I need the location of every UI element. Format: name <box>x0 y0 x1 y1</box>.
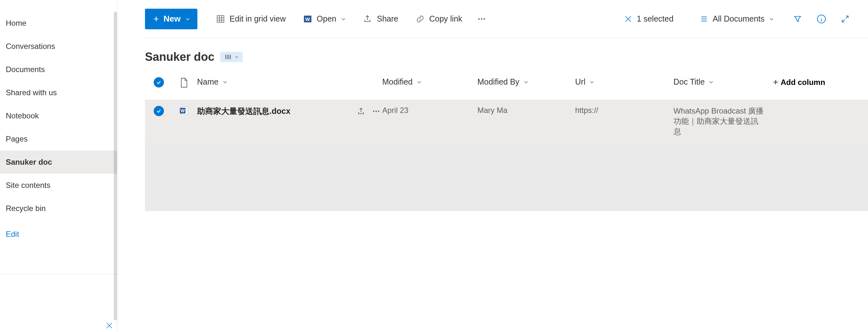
svg-point-4 <box>480 18 482 20</box>
library-title-row: Sanuker doc <box>145 50 868 64</box>
row-more-button[interactable] <box>372 107 380 116</box>
column-label: Modified <box>382 77 413 87</box>
chevron-down-icon <box>235 55 239 59</box>
gallery-icon <box>224 53 232 61</box>
copy-link-label: Copy link <box>429 14 462 24</box>
sidebar-close-icon[interactable] <box>105 322 113 329</box>
chevron-down-icon <box>185 17 190 22</box>
select-all-toggle[interactable] <box>145 77 173 88</box>
word-icon: W <box>179 106 189 116</box>
open-label: Open <box>317 14 336 24</box>
sidebar-item-label: Notebook <box>6 111 39 120</box>
command-toolbar: + New Edit in grid view W Open <box>145 0 868 38</box>
share-label: Share <box>377 14 398 24</box>
sidebar-item-recycle-bin[interactable]: Recycle bin <box>0 197 117 220</box>
chevron-down-icon <box>769 17 774 22</box>
check-circle-icon <box>154 77 164 88</box>
row-modified-cell: April 23 <box>380 106 475 115</box>
sidebar-item-pages[interactable]: Pages <box>0 127 117 151</box>
word-icon: W <box>303 14 312 24</box>
svg-point-5 <box>484 18 485 20</box>
table-body: W 助商家大量發送訊息.docx April 23 Mary M <box>145 100 868 211</box>
sidebar-item-label: Sanuker doc <box>6 158 52 166</box>
chevron-down-icon <box>709 80 714 85</box>
expand-button[interactable] <box>837 11 853 27</box>
sidebar-item-label: Site contents <box>6 181 51 189</box>
view-selector-button[interactable]: All Documents <box>692 14 782 24</box>
filter-button[interactable] <box>789 11 806 27</box>
svg-point-12 <box>378 110 379 112</box>
column-header-modified[interactable]: Modified <box>380 77 475 87</box>
share-button[interactable]: Share <box>355 9 406 29</box>
row-modified-by-cell[interactable]: Mary Ma <box>475 106 573 115</box>
column-label: Doc Title <box>674 77 705 87</box>
sidebar-item-notebook[interactable]: Notebook <box>0 104 117 127</box>
row-doc-title-cell: WhatsApp Broadcast 廣播功能｜助商家大量發送訊息 <box>672 106 766 137</box>
sidebar-item-sanuker-doc[interactable]: Sanuker doc <box>0 151 117 174</box>
sidebar-edit-link[interactable]: Edit <box>0 220 117 246</box>
new-button[interactable]: + New <box>145 9 197 29</box>
link-icon <box>416 14 425 24</box>
grid-icon <box>216 14 225 24</box>
sidebar-item-label: Pages <box>6 134 28 143</box>
sidebar-item-shared[interactable]: Shared with us <box>0 81 117 104</box>
column-label: Modified By <box>477 77 520 87</box>
sidebar-edit-label: Edit <box>6 230 19 238</box>
list-icon <box>700 15 708 23</box>
sidebar-item-site-contents[interactable]: Site contents <box>0 174 117 197</box>
document-table: Name Modified Modified By Url <box>145 77 868 211</box>
column-label: Name <box>197 77 219 87</box>
expand-icon <box>841 14 850 24</box>
sidebar-item-label: Conversations <box>6 42 55 51</box>
check-circle-icon <box>154 106 164 116</box>
column-label: Url <box>575 77 585 87</box>
edit-grid-view-label: Edit in grid view <box>229 14 286 24</box>
main-content: + New Edit in grid view W Open <box>117 0 868 332</box>
filter-icon <box>793 14 802 24</box>
sidebar-divider <box>0 274 117 274</box>
row-name-cell[interactable]: 助商家大量發送訊息.docx <box>195 106 380 117</box>
column-header-doc-title[interactable]: Doc Title <box>672 77 766 87</box>
share-icon <box>363 14 372 24</box>
add-column-button[interactable]: + Add column <box>766 77 868 87</box>
chevron-down-icon <box>589 80 594 85</box>
selected-count-label: 1 selected <box>637 14 674 24</box>
sidebar-nav: Home Conversations Documents Shared with… <box>0 0 117 332</box>
clear-selection-icon <box>624 15 632 23</box>
sidebar-item-label: Recycle bin <box>6 204 45 213</box>
svg-point-10 <box>373 110 374 112</box>
plus-icon: + <box>153 13 159 25</box>
svg-point-3 <box>478 18 479 20</box>
sidebar-item-documents[interactable]: Documents <box>0 58 117 81</box>
row-select-toggle[interactable] <box>145 106 173 116</box>
copy-link-button[interactable]: Copy link <box>408 9 470 29</box>
sidebar-item-conversations[interactable]: Conversations <box>0 35 117 58</box>
add-column-label: Add column <box>780 78 825 87</box>
info-button[interactable] <box>813 11 830 27</box>
sidebar-item-label: Home <box>6 19 26 27</box>
column-header-type[interactable] <box>173 77 195 88</box>
sidebar-item-home[interactable]: Home <box>0 11 117 35</box>
view-label: All Documents <box>713 14 765 24</box>
sidebar-scrollbar[interactable] <box>114 11 117 321</box>
plus-icon: + <box>773 77 778 87</box>
more-actions-button[interactable] <box>472 9 491 29</box>
table-header-row: Name Modified Modified By Url <box>145 77 868 100</box>
sidebar-item-label: Shared with us <box>6 88 57 97</box>
file-name: 助商家大量發送訊息.docx <box>197 106 290 117</box>
svg-rect-0 <box>217 16 224 22</box>
column-header-modified-by[interactable]: Modified By <box>475 77 573 87</box>
column-header-name[interactable]: Name <box>195 77 380 87</box>
clear-selection-button[interactable]: 1 selected <box>616 14 681 24</box>
svg-text:W: W <box>181 109 185 113</box>
table-row[interactable]: W 助商家大量發送訊息.docx April 23 Mary M <box>145 100 868 143</box>
library-view-toggle-button[interactable] <box>220 52 243 62</box>
edit-grid-view-button[interactable]: Edit in grid view <box>208 9 293 29</box>
chevron-down-icon <box>341 17 346 22</box>
open-button[interactable]: W Open <box>296 9 353 29</box>
row-share-button[interactable] <box>357 107 366 116</box>
column-header-url[interactable]: Url <box>573 77 672 87</box>
svg-point-11 <box>375 110 377 112</box>
library-title: Sanuker doc <box>145 50 214 64</box>
row-url-cell: https:// <box>573 106 672 115</box>
